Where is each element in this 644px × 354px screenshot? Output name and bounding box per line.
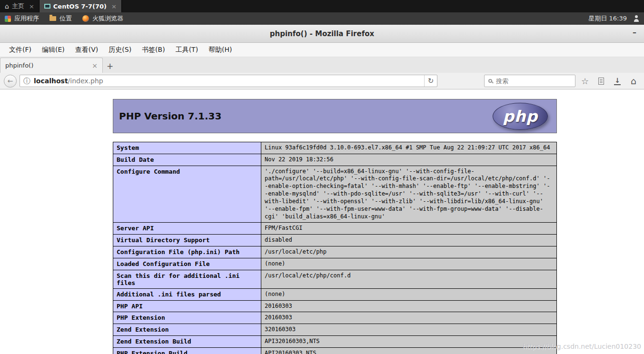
table-row: Loaded Configuration File(none) xyxy=(113,258,557,270)
row-label: PHP Extension Build xyxy=(113,347,261,354)
row-label: Zend Extension Build xyxy=(113,336,261,348)
row-value: 320160303 xyxy=(261,324,557,336)
search-bar[interactable] xyxy=(484,75,575,87)
back-button[interactable]: ← xyxy=(4,75,17,88)
tab-close-icon[interactable]: × xyxy=(92,62,98,69)
bookmark-star-button[interactable]: ☆ xyxy=(578,74,592,88)
firefox-tabstrip: phpinfo() × + xyxy=(0,57,644,73)
gnome-bar-right: 星期日 16:39 xyxy=(588,14,639,23)
row-value: (none) xyxy=(261,288,557,300)
phpinfo-table-body: SystemLinux 93af6c19fd0d 3.10.0-693.el7.… xyxy=(113,142,557,354)
row-label: Virtual Directory Support xyxy=(113,235,261,246)
php-logo-text: php xyxy=(503,107,538,126)
row-value: 20160303 xyxy=(261,300,557,312)
browser-tab-title: phpinfo() xyxy=(5,62,92,69)
vm-tab-centos-label: CentOS 7-7(70) xyxy=(53,3,107,10)
table-row: SystemLinux 93af6c19fd0d 3.10.0-693.el7.… xyxy=(113,142,557,154)
browser-tab-phpinfo[interactable]: phpinfo() × xyxy=(0,58,103,73)
row-value: FPM/FastCGI xyxy=(261,223,557,235)
row-label: System xyxy=(113,142,261,154)
bookmarks-menu-button[interactable] xyxy=(594,74,608,88)
menu-item[interactable]: 文件(F) xyxy=(4,44,37,56)
window-title: phpinfo() - Mozilla Firefox xyxy=(270,30,374,38)
row-value: API20160303,NTS xyxy=(261,347,557,354)
close-icon[interactable]: × xyxy=(111,3,117,10)
browser-content: PHP Version 7.1.33 php SystemLinux 93af6… xyxy=(0,89,644,354)
vm-tabbar: ⌂ 主页 × CentOS 7-7(70) × xyxy=(0,0,644,12)
table-row: Virtual Directory Supportdisabled xyxy=(113,235,557,246)
row-label: Server API xyxy=(113,223,261,235)
menu-item[interactable]: 书签(B) xyxy=(137,44,170,56)
row-label: PHP Extension xyxy=(113,312,261,324)
places-menu[interactable]: 位置 xyxy=(50,14,72,23)
menu-item[interactable]: 编辑(E) xyxy=(37,44,70,56)
vm-tab-home[interactable]: ⌂ 主页 × xyxy=(0,0,40,12)
close-icon[interactable]: × xyxy=(29,3,34,10)
table-row: Scan this dir for additional .ini files/… xyxy=(113,270,557,288)
table-row: Zend Extension BuildAPI320160303,NTS xyxy=(113,336,557,348)
menu-item[interactable]: 帮助(H) xyxy=(203,44,237,56)
table-row: PHP Extension20160303 xyxy=(113,312,557,324)
url-bar[interactable]: ⓘ localhost/index.php ↻ xyxy=(20,75,437,87)
downloads-button[interactable]: ↓ xyxy=(611,74,624,88)
row-label: Zend Extension xyxy=(113,324,261,336)
row-label: Additional .ini files parsed xyxy=(113,288,261,300)
row-value: 20160303 xyxy=(261,312,557,324)
menu-item[interactable]: 工具(T) xyxy=(170,44,203,56)
row-value: /usr/local/etc/php/conf.d xyxy=(261,270,557,288)
row-value: Nov 22 2019 18:32:56 xyxy=(261,154,557,166)
monitor-icon xyxy=(44,4,50,9)
info-icon[interactable]: ⓘ xyxy=(23,77,30,86)
row-value: Linux 93af6c19fd0d 3.10.0-693.el7.x86_64… xyxy=(261,142,557,154)
table-row: Configuration File (php.ini) Path/usr/lo… xyxy=(113,246,557,258)
php-version-title: PHP Version 7.1.33 xyxy=(119,110,221,122)
watermark: https://blog.csdn.net/Lucien010230 xyxy=(523,343,641,350)
table-row: PHP API20160303 xyxy=(113,300,557,312)
home-icon: ⌂ xyxy=(5,2,9,10)
menu-item[interactable]: 历史(S) xyxy=(103,44,137,56)
row-label: Configuration File (php.ini) Path xyxy=(113,246,261,258)
star-icon: ☆ xyxy=(581,76,589,86)
firefox-app-menu-label: 火狐浏览器 xyxy=(92,14,123,23)
row-value: (none) xyxy=(261,258,557,270)
menu-item[interactable]: 查看(V) xyxy=(70,44,104,56)
home-button[interactable]: ⌂ xyxy=(627,74,640,88)
row-value: /usr/local/etc/php xyxy=(261,246,557,258)
firefox-titlebar: phpinfo() - Mozilla Firefox – xyxy=(0,25,644,43)
applications-menu[interactable]: 应用程序 xyxy=(5,14,39,23)
table-row: PHP Extension BuildAPI20160303,NTS xyxy=(113,347,557,354)
search-icon xyxy=(488,79,492,83)
firefox-menubar: 文件(F)编辑(E)查看(V)历史(S)书签(B)工具(T)帮助(H) xyxy=(0,43,644,57)
url-path: /index.php xyxy=(68,77,103,85)
phpinfo-page: PHP Version 7.1.33 php SystemLinux 93af6… xyxy=(113,89,557,354)
vm-tab-home-label: 主页 xyxy=(12,2,24,10)
table-row: Configure Command'./configure' '--build=… xyxy=(113,166,557,223)
vm-tab-centos[interactable]: CentOS 7-7(70) × xyxy=(40,0,122,12)
table-row: Build DateNov 22 2019 18:32:56 xyxy=(113,154,557,166)
clock[interactable]: 星期日 16:39 xyxy=(588,14,627,23)
reload-icon[interactable]: ↻ xyxy=(424,75,437,87)
firefox-app-menu[interactable]: 火狐浏览器 xyxy=(82,14,123,23)
user-icon[interactable] xyxy=(634,15,639,22)
applications-icon xyxy=(5,16,11,22)
minimize-button[interactable]: – xyxy=(633,28,636,37)
table-row: Server APIFPM/FastCGI xyxy=(113,223,557,235)
home-icon: ⌂ xyxy=(631,76,636,86)
row-label: Scan this dir for additional .ini files xyxy=(113,270,261,288)
row-value: './configure' '--build=x86_64-linux-gnu'… xyxy=(261,166,557,223)
row-label: Configure Command xyxy=(113,166,261,223)
firefox-navbar: ← ⓘ localhost/index.php ↻ ☆ ↓ ⌂ xyxy=(0,73,644,89)
row-label: Build Date xyxy=(113,154,261,166)
row-label: Loaded Configuration File xyxy=(113,258,261,270)
search-input[interactable] xyxy=(496,78,571,85)
php-logo: php xyxy=(493,103,548,130)
places-menu-label: 位置 xyxy=(59,14,72,23)
row-value: disabled xyxy=(261,235,557,246)
url-host: localhost xyxy=(34,77,68,85)
firefox-icon xyxy=(82,15,89,22)
applications-menu-label: 应用程序 xyxy=(14,14,39,23)
table-row: Zend Extension320160303 xyxy=(113,324,557,336)
new-tab-button[interactable]: + xyxy=(103,59,117,73)
phpinfo-table: SystemLinux 93af6c19fd0d 3.10.0-693.el7.… xyxy=(113,142,557,354)
row-label: PHP API xyxy=(113,300,261,312)
